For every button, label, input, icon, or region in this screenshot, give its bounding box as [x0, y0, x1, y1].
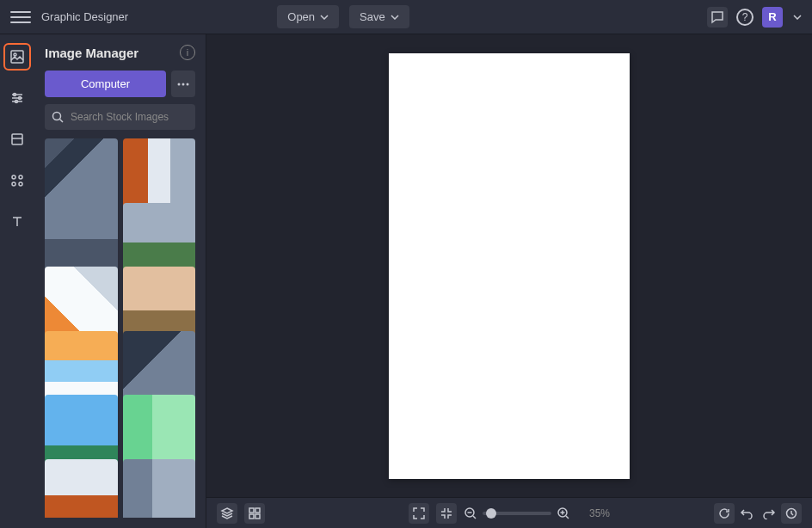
- upload-more-button[interactable]: [171, 71, 195, 97]
- rail-text[interactable]: [3, 208, 31, 236]
- thumb-ladder-orange-paint[interactable]: [123, 138, 196, 212]
- chevron-down-icon: [320, 15, 329, 20]
- rail-image-manager[interactable]: [3, 43, 31, 71]
- save-label: Save: [360, 10, 385, 23]
- svg-point-1: [14, 53, 16, 56]
- thumb-interior-stairs[interactable]: [45, 459, 118, 519]
- zoom-slider[interactable]: [464, 507, 570, 520]
- shapes-icon: [9, 173, 25, 188]
- svg-rect-19: [249, 508, 254, 513]
- svg-rect-20: [255, 508, 260, 513]
- user-avatar[interactable]: R: [762, 7, 783, 28]
- thumb-passports-hands[interactable]: [123, 331, 196, 404]
- undo-icon: [740, 507, 754, 519]
- upload-computer-button[interactable]: Computer: [45, 71, 166, 97]
- zoom-thumb[interactable]: [486, 508, 496, 519]
- svg-rect-8: [12, 134, 22, 144]
- history-icon: [785, 507, 797, 519]
- image-grid: [45, 138, 195, 518]
- canvas-viewport[interactable]: [206, 34, 812, 497]
- refresh-icon: [718, 507, 730, 519]
- layers-button[interactable]: [217, 503, 237, 524]
- open-label: Open: [287, 10, 315, 23]
- svg-point-11: [19, 175, 22, 179]
- svg-point-15: [182, 83, 185, 85]
- search-stock-input[interactable]: [45, 104, 195, 130]
- open-dropdown[interactable]: Open: [277, 5, 339, 28]
- panel-info-button[interactable]: i: [180, 45, 195, 60]
- layout-icon: [9, 132, 25, 147]
- panel-title: Image Manager: [45, 46, 138, 60]
- thumb-samples-notebook[interactable]: [45, 267, 118, 340]
- zoom-out-icon[interactable]: [464, 507, 477, 520]
- thumb-cathedral-scaffolding[interactable]: [45, 203, 118, 276]
- thumb-chateau-lawn[interactable]: [123, 203, 196, 276]
- svg-point-14: [178, 83, 181, 85]
- dots-icon: [177, 83, 189, 86]
- rail-layout[interactable]: [3, 126, 31, 153]
- zoom-in-icon[interactable]: [557, 507, 570, 520]
- chevron-down-icon: [391, 15, 399, 20]
- svg-point-17: [53, 113, 61, 120]
- svg-point-12: [12, 182, 15, 186]
- menu-button[interactable]: [10, 7, 31, 28]
- thumb-people-interior[interactable]: [123, 267, 196, 340]
- grid-icon: [248, 507, 261, 520]
- svg-line-24: [473, 516, 476, 519]
- expand-icon: [413, 507, 425, 519]
- undo-button[interactable]: [736, 503, 757, 524]
- redo-icon: [762, 507, 776, 519]
- redo-button[interactable]: [759, 503, 779, 524]
- svg-rect-22: [255, 514, 260, 519]
- thumb-paint-tray-rollers[interactable]: [45, 138, 118, 212]
- layers-icon: [220, 507, 234, 520]
- rail-shapes[interactable]: [3, 167, 31, 194]
- svg-line-27: [566, 516, 569, 519]
- fullscreen-button[interactable]: [409, 503, 429, 524]
- adjust-icon: [9, 90, 25, 106]
- fit-button[interactable]: [436, 503, 457, 524]
- svg-point-16: [187, 83, 189, 85]
- svg-rect-0: [11, 51, 23, 63]
- thumb-glass-skyscraper[interactable]: [45, 395, 118, 468]
- comments-button[interactable]: [707, 7, 728, 28]
- text-icon: [9, 214, 25, 230]
- thumb-room-plants[interactable]: [123, 459, 196, 519]
- chat-icon: [710, 10, 724, 24]
- refresh-button[interactable]: [714, 503, 735, 524]
- contract-icon: [440, 507, 452, 519]
- zoom-percent: 35%: [584, 507, 610, 519]
- search-icon: [52, 111, 64, 123]
- thumb-airplane-wing-clouds[interactable]: [45, 331, 118, 404]
- canvas-page[interactable]: [389, 53, 630, 479]
- image-manager-icon: [9, 49, 25, 64]
- app-title: Graphic Designer: [41, 10, 128, 23]
- user-menu-chevron[interactable]: [793, 15, 802, 20]
- svg-line-18: [60, 120, 64, 123]
- save-dropdown[interactable]: Save: [349, 5, 409, 28]
- svg-rect-21: [249, 514, 254, 519]
- thumb-tree-sidewalk-person[interactable]: [123, 395, 196, 468]
- help-button[interactable]: ?: [735, 7, 755, 28]
- question-icon: ?: [736, 9, 754, 26]
- grid-view-button[interactable]: [244, 503, 265, 524]
- history-button[interactable]: [781, 503, 802, 524]
- svg-point-13: [19, 182, 22, 186]
- rail-adjust[interactable]: [3, 84, 31, 112]
- zoom-track[interactable]: [483, 512, 551, 515]
- svg-point-10: [12, 175, 15, 179]
